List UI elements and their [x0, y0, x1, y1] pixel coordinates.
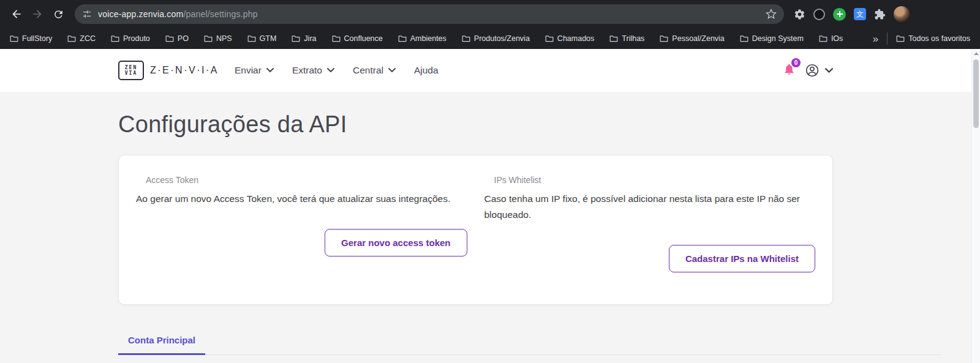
- bookmark-folder[interactable]: Ambientes: [398, 34, 447, 43]
- bookmark-star-icon[interactable]: [766, 9, 777, 20]
- bookmark-label: IOs: [831, 34, 843, 43]
- forward-button[interactable]: [27, 4, 48, 24]
- folder-icon: [819, 35, 827, 42]
- site-info-icon[interactable]: [82, 9, 92, 19]
- folder-icon: [740, 35, 748, 42]
- ips-whitelist-description: Caso tenha um IP fixo, é possível adicio…: [484, 191, 816, 223]
- dark-circle-extension-icon[interactable]: [813, 9, 825, 20]
- page-content: Configurações da API Access Token Ao ger…: [0, 92, 980, 355]
- bookmark-label: Design System: [752, 34, 804, 43]
- toolbar-right-icons: [794, 6, 910, 22]
- nav-label: Enviar: [235, 65, 262, 76]
- bookmark-folder[interactable]: FullStory: [10, 34, 52, 43]
- chevron-down-icon: [327, 68, 334, 73]
- bookmark-label: FullStory: [22, 34, 52, 43]
- nav-enviar[interactable]: Enviar: [235, 65, 274, 76]
- browser-toolbar: voice-app.zenvia.com/panel/settings.php: [0, 0, 980, 28]
- tab-conta-principal[interactable]: Conta Principal: [118, 327, 205, 355]
- bookmark-label: Ambientes: [410, 34, 447, 43]
- access-token-section: Access Token Ao gerar um novo Access Tok…: [136, 175, 467, 272]
- notification-badge: 0: [791, 58, 801, 67]
- folder-icon: [332, 35, 341, 42]
- forward-arrow-icon: [31, 8, 43, 20]
- back-button[interactable]: [6, 4, 27, 24]
- all-bookmarks-label: Todos os favoritos: [908, 34, 970, 43]
- nav-ajuda[interactable]: Ajuda: [414, 65, 439, 76]
- browser-profile-avatar[interactable]: [894, 6, 910, 22]
- chevron-down-icon: [825, 68, 833, 73]
- bookmark-folder[interactable]: Chamados: [545, 34, 594, 43]
- plus-glyph: [837, 11, 843, 17]
- folder-icon: [660, 35, 668, 42]
- bookmark-folder[interactable]: Produtos/Zenvia: [462, 34, 530, 43]
- bookmark-folder[interactable]: Pessoal/Zenvia: [660, 34, 724, 43]
- extensions-puzzle-icon[interactable]: [874, 9, 886, 20]
- nav-label: Extrato: [292, 65, 322, 76]
- bookmark-folder[interactable]: PO: [165, 34, 189, 43]
- bookmark-folder[interactable]: Design System: [740, 34, 804, 43]
- folder-icon: [545, 35, 554, 42]
- bookmark-label: Produto: [123, 34, 150, 43]
- folder-icon: [462, 35, 470, 42]
- chevron-down-icon: [388, 68, 396, 73]
- app-header: ZEN VIA Z·E·N·V·I·A Enviar Extrato Centr…: [0, 49, 980, 92]
- page-scrollbar[interactable]: [971, 49, 980, 363]
- scrollbar-up-arrow[interactable]: [972, 49, 980, 58]
- nav-label: Central: [353, 65, 383, 76]
- scrollbar-thumb[interactable]: [973, 59, 979, 128]
- folder-icon: [10, 35, 18, 42]
- folder-icon: [67, 35, 76, 42]
- header-right: 0: [783, 62, 833, 78]
- back-arrow-icon: [10, 8, 23, 20]
- gear-icon[interactable]: [794, 9, 805, 20]
- bookmark-label: Produtos/Zenvia: [474, 34, 530, 43]
- bookmark-label: Jira: [304, 34, 316, 43]
- folder-icon: [398, 35, 407, 42]
- refresh-button[interactable]: [48, 4, 69, 24]
- bookmark-folder[interactable]: Jira: [292, 34, 316, 43]
- access-token-label: Access Token: [146, 175, 467, 185]
- bookmark-label: Confluence: [344, 34, 383, 43]
- bookmark-label: Trilhas: [622, 34, 644, 43]
- url-host: voice-app.zenvia.com: [98, 9, 183, 19]
- generate-access-token-button[interactable]: Gerar novo access token: [325, 229, 467, 256]
- nav-central[interactable]: Central: [353, 65, 396, 76]
- bookmark-label: Pessoal/Zenvia: [672, 34, 724, 43]
- main-nav: Enviar Extrato Central Ajuda: [235, 65, 439, 76]
- nav-extrato[interactable]: Extrato: [292, 65, 334, 76]
- bookmark-folder[interactable]: NPS: [204, 34, 232, 43]
- folder-icon: [204, 35, 213, 42]
- bookmark-folder[interactable]: Produto: [111, 34, 150, 43]
- logo-line-2: VIA: [125, 70, 137, 76]
- account-menu-button[interactable]: [805, 63, 833, 78]
- folder-icon: [247, 35, 256, 42]
- brand-wordmark: Z·E·N·V·I·A: [150, 65, 219, 76]
- bookmark-label: GTM: [260, 34, 277, 43]
- bookmarks-right-group: » Todos os favoritos: [873, 32, 970, 45]
- folder-icon: [292, 35, 300, 42]
- chevron-down-icon: [266, 68, 274, 73]
- folder-icon: [165, 35, 174, 42]
- bookmarks-bar: FullStory ZCC Produto PO NPS GTM Jira Co…: [0, 28, 980, 49]
- bookmark-folder[interactable]: ZCC: [67, 34, 96, 43]
- green-plus-icon[interactable]: [833, 8, 846, 21]
- folder-icon: [896, 35, 905, 42]
- bookmark-label: Chamados: [557, 34, 594, 43]
- bookmark-folder[interactable]: Confluence: [332, 34, 383, 43]
- access-token-description: Ao gerar um novo Access Token, você terá…: [136, 191, 467, 207]
- bookmark-folder[interactable]: GTM: [247, 34, 277, 43]
- refresh-icon: [53, 9, 64, 20]
- logo-line-1: ZEN: [125, 65, 137, 70]
- bookmark-folder[interactable]: Trilhas: [609, 34, 644, 43]
- bookmarks-overflow-chevron[interactable]: »: [873, 34, 878, 44]
- all-bookmarks-button[interactable]: Todos os favoritos: [896, 34, 970, 43]
- register-ips-whitelist-button[interactable]: Cadastrar IPs na Whitelist: [669, 245, 815, 272]
- translate-extension-icon[interactable]: [854, 8, 866, 20]
- bookmark-label: ZCC: [80, 34, 96, 43]
- notifications-button[interactable]: 0: [783, 62, 796, 78]
- zenvia-logo[interactable]: ZEN VIA: [118, 61, 144, 80]
- bookmark-label: NPS: [216, 34, 232, 43]
- address-bar[interactable]: voice-app.zenvia.com/panel/settings.php: [75, 4, 784, 24]
- bookmark-folder[interactable]: IOs: [819, 34, 843, 43]
- user-account-icon: [805, 63, 820, 78]
